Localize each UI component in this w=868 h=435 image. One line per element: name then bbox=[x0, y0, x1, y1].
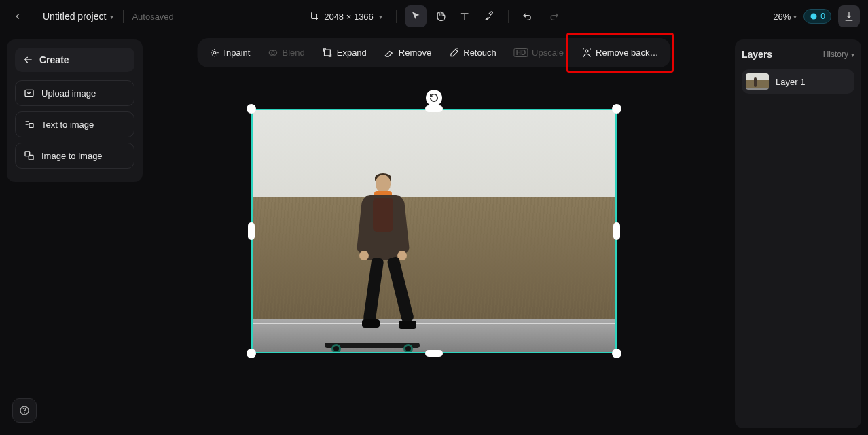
remove-bg-label: Remove back… bbox=[596, 48, 658, 58]
undo-button[interactable] bbox=[517, 5, 539, 27]
image-to-image-icon bbox=[24, 150, 35, 161]
expand-button[interactable]: Expand bbox=[314, 42, 375, 63]
remove-button[interactable]: Remove bbox=[376, 42, 439, 63]
upload-image-button[interactable]: Upload image bbox=[15, 80, 134, 106]
inpaint-button[interactable]: Inpaint bbox=[201, 42, 258, 63]
layer-thumbnail bbox=[746, 73, 769, 90]
remove-bg-icon bbox=[581, 48, 592, 58]
chevron-down-icon: ▾ bbox=[379, 13, 382, 20]
divider bbox=[508, 10, 509, 23]
upscale-button: HD Upscale bbox=[506, 42, 572, 63]
upscale-label: Upscale bbox=[532, 48, 564, 58]
help-icon bbox=[19, 405, 30, 416]
expand-label: Expand bbox=[337, 48, 367, 58]
resize-handle-bl[interactable] bbox=[247, 349, 256, 358]
credit-icon bbox=[810, 12, 818, 20]
blend-button: Blend bbox=[259, 42, 312, 63]
canvas-dimensions[interactable]: 2048 × 1366 ▾ bbox=[304, 9, 388, 24]
svg-point-6 bbox=[213, 52, 216, 54]
autosaved-label: Autosaved bbox=[132, 12, 173, 22]
image-to-image-button[interactable]: Image to image bbox=[15, 143, 134, 169]
crop-icon bbox=[309, 12, 319, 21]
action-toolbar: Inpaint Blend Expand Remove Retouch HD U… bbox=[197, 38, 670, 67]
back-button[interactable] bbox=[8, 7, 27, 26]
divider bbox=[396, 10, 397, 23]
help-button[interactable] bbox=[12, 398, 37, 423]
resize-handle-br[interactable] bbox=[612, 349, 621, 358]
retouch-label: Retouch bbox=[463, 48, 496, 58]
text-to-image-button[interactable]: Text to image bbox=[15, 111, 134, 137]
svg-point-10 bbox=[585, 50, 588, 52]
pointer-tool[interactable] bbox=[405, 5, 427, 27]
canvas-selection[interactable] bbox=[251, 109, 617, 353]
zoom-value: 26% bbox=[773, 12, 791, 22]
remove-label: Remove bbox=[399, 48, 431, 58]
history-label: History bbox=[823, 50, 848, 59]
canvas-image bbox=[251, 109, 617, 353]
layer-name: Layer 1 bbox=[776, 77, 805, 87]
resize-handle-tl[interactable] bbox=[247, 104, 256, 114]
svg-rect-9 bbox=[325, 50, 331, 56]
rotate-icon bbox=[429, 93, 439, 103]
layers-title: Layers bbox=[742, 49, 772, 60]
layers-panel: Layers History ▾ Layer 1 bbox=[735, 39, 861, 428]
hand-icon bbox=[435, 11, 446, 22]
retouch-icon bbox=[449, 48, 459, 58]
history-tab[interactable]: History ▾ bbox=[823, 50, 854, 59]
blend-icon bbox=[268, 48, 278, 58]
redo-icon bbox=[548, 11, 559, 22]
text-to-image-icon bbox=[24, 119, 35, 130]
inpaint-icon bbox=[209, 48, 219, 58]
layer-item[interactable]: Layer 1 bbox=[742, 69, 854, 94]
chevron-down-icon: ▾ bbox=[110, 13, 113, 20]
credits-badge[interactable]: 0 bbox=[803, 9, 831, 24]
redo-button[interactable] bbox=[543, 5, 564, 27]
upload-image-label: Upload image bbox=[41, 88, 96, 99]
topbar-center-tools: 2048 × 1366 ▾ bbox=[304, 5, 564, 27]
image-to-image-label: Image to image bbox=[41, 151, 103, 161]
svg-rect-3 bbox=[29, 124, 33, 128]
project-name[interactable]: Untitled project ▾ bbox=[39, 8, 117, 24]
eyedropper-icon bbox=[484, 11, 494, 22]
resize-handle-right[interactable] bbox=[613, 222, 620, 240]
text-to-image-label: Text to image bbox=[41, 120, 94, 130]
blend-label: Blend bbox=[282, 48, 304, 58]
rotate-handle[interactable] bbox=[426, 90, 442, 106]
zoom-control[interactable]: 26% ▾ bbox=[773, 12, 797, 22]
chevron-down-icon: ▾ bbox=[793, 13, 797, 20]
eyedropper-tool[interactable] bbox=[478, 5, 500, 27]
inpaint-label: Inpaint bbox=[223, 48, 250, 58]
hd-icon: HD bbox=[514, 48, 528, 57]
divider bbox=[33, 10, 33, 23]
hand-tool[interactable] bbox=[429, 5, 451, 27]
download-icon bbox=[844, 11, 854, 22]
undo-icon bbox=[522, 11, 533, 22]
top-bar: Untitled project ▾ Autosaved 2048 × 1366… bbox=[0, 0, 868, 33]
dimensions-text: 2048 × 1366 bbox=[324, 12, 374, 22]
retouch-button[interactable]: Retouch bbox=[441, 42, 504, 63]
resize-handle-bottom[interactable] bbox=[425, 350, 443, 357]
arrow-left-icon bbox=[23, 54, 34, 65]
create-button[interactable]: Create bbox=[15, 48, 134, 72]
remove-background-button[interactable]: Remove back… bbox=[573, 42, 666, 63]
text-icon bbox=[459, 11, 470, 22]
eraser-icon bbox=[384, 48, 395, 58]
project-name-text: Untitled project bbox=[43, 11, 106, 22]
upload-icon bbox=[24, 88, 35, 99]
svg-point-12 bbox=[24, 413, 24, 413]
download-button[interactable] bbox=[838, 5, 860, 27]
chevron-left-icon bbox=[13, 12, 22, 21]
topbar-right: 26% ▾ 0 bbox=[773, 5, 860, 27]
divider bbox=[123, 10, 124, 23]
resize-handle-top[interactable] bbox=[425, 105, 443, 112]
resize-handle-tr[interactable] bbox=[612, 104, 621, 114]
expand-icon bbox=[323, 48, 333, 58]
chevron-down-icon: ▾ bbox=[851, 51, 854, 58]
pointer-icon bbox=[410, 11, 421, 22]
text-tool[interactable] bbox=[454, 5, 475, 27]
create-panel: Create Upload image Text to image Image … bbox=[7, 39, 143, 182]
credits-count: 0 bbox=[820, 12, 825, 21]
create-label: Create bbox=[39, 54, 69, 65]
resize-handle-left[interactable] bbox=[248, 222, 255, 240]
svg-point-0 bbox=[811, 14, 817, 20]
